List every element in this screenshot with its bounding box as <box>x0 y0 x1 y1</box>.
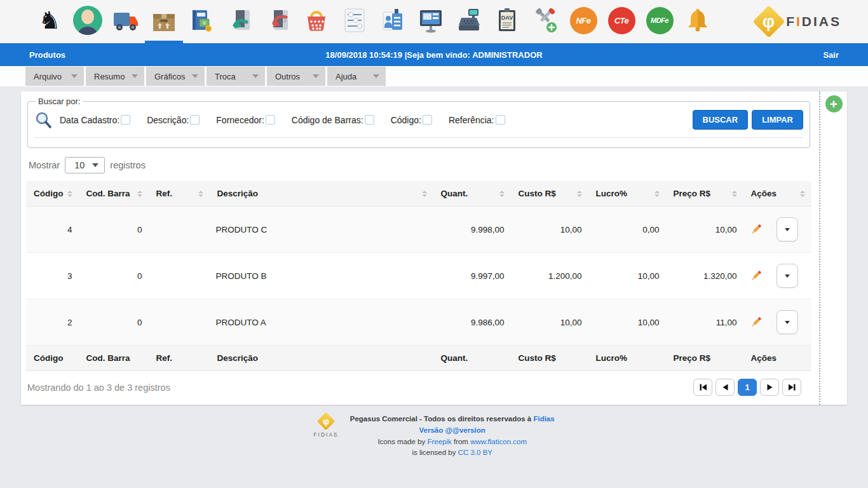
cell-descricao: PRODUTO B <box>210 253 433 299</box>
row-actions-dropdown[interactable] <box>776 264 798 288</box>
foot-ref: Ref. <box>149 346 210 371</box>
cash-register-button[interactable] <box>450 0 488 43</box>
page-footer: φ FIDIAS Pegasus Comercial - Todos os di… <box>0 411 868 459</box>
col-acoes[interactable]: Ações <box>743 181 812 207</box>
menu-graficos[interactable]: Gráficos <box>146 67 205 86</box>
first-page-button[interactable] <box>693 379 712 396</box>
next-page-button[interactable] <box>760 379 779 396</box>
tools-button[interactable] <box>526 0 564 43</box>
logout-link[interactable]: Sair <box>823 50 839 60</box>
menu-resumo[interactable]: Resumo <box>86 67 144 86</box>
fidias-top-logo: φ FIDIAS <box>757 0 868 43</box>
chevron-down-icon <box>252 74 259 78</box>
fidias-link[interactable]: Fidias <box>533 415 554 423</box>
edit-pencil-icon[interactable] <box>750 269 763 282</box>
chevron-down-icon <box>313 74 319 78</box>
welcome-status: 18/09/2018 10:54:19 |Seja bem vindo: ADM… <box>0 50 868 60</box>
col-cod-barra[interactable]: Cod. Barra <box>79 181 149 207</box>
col-preco[interactable]: Preço R$ <box>666 181 743 207</box>
last-page-button[interactable] <box>782 379 801 396</box>
tools-icon <box>531 6 560 35</box>
fidias-footer-brand: FIDIAS <box>313 431 338 438</box>
stock-entry-button[interactable] <box>221 0 259 43</box>
page-title: Produtos <box>29 50 65 60</box>
clients-button[interactable] <box>374 0 412 43</box>
cell-custo: 1.200,00 <box>511 253 588 299</box>
products-box-button[interactable] <box>145 0 183 43</box>
preferences-button[interactable] <box>336 0 374 43</box>
col-codigo[interactable]: Código <box>26 181 79 207</box>
sort-icon <box>654 191 660 197</box>
col-descricao[interactable]: Descrição <box>210 181 433 207</box>
cell-codigo: 2 <box>26 299 79 346</box>
pegasus-home-button[interactable]: ♞ <box>31 0 69 43</box>
cte-button[interactable]: CTe <box>602 0 641 43</box>
user-profile-button[interactable] <box>69 0 107 43</box>
chevron-down-icon <box>785 274 790 278</box>
referencia-checkbox[interactable] <box>496 115 505 125</box>
filter-label: Referência: <box>449 115 494 125</box>
row-actions-dropdown[interactable] <box>776 310 798 334</box>
page-1-button[interactable]: 1 <box>738 379 757 396</box>
last-page-icon <box>788 383 796 391</box>
cell-cod-barra: 0 <box>79 299 149 346</box>
edit-pencil-icon[interactable] <box>750 316 763 329</box>
col-custo[interactable]: Custo R$ <box>511 181 588 207</box>
codigo-barras-checkbox[interactable] <box>365 115 374 125</box>
sort-icon <box>577 191 582 197</box>
codigo-checkbox[interactable] <box>423 115 432 125</box>
menu-outros[interactable]: Outros <box>267 67 325 86</box>
monitor-icon <box>416 6 445 35</box>
sort-icon <box>499 191 505 197</box>
edit-pencil-icon[interactable] <box>750 223 763 236</box>
dav-button[interactable]: DAV <box>488 0 526 43</box>
next-page-icon <box>766 383 774 391</box>
buscar-button[interactable]: BUSCAR <box>693 110 749 130</box>
sort-icon <box>198 191 203 197</box>
menu-ajuda[interactable]: Ajuda <box>327 67 386 86</box>
freepik-link[interactable]: Freepik <box>427 438 451 445</box>
add-product-button[interactable]: + <box>825 95 843 112</box>
col-quant[interactable]: Quant. <box>433 181 511 207</box>
records-summary: Mostrando do 1 ao 3 de 3 registros <box>27 383 170 393</box>
cell-preco: 11,00 <box>666 299 743 346</box>
delivery-truck-button[interactable] <box>107 0 145 43</box>
user-avatar-icon <box>73 6 102 35</box>
nfe-button[interactable]: NFe <box>564 0 602 43</box>
cell-codigo: 3 <box>26 253 79 299</box>
cte-badge-icon: CTe <box>608 7 635 34</box>
col-ref[interactable]: Ref. <box>149 181 210 207</box>
terminal-button[interactable] <box>412 0 450 43</box>
menu-troca[interactable]: Troca <box>207 67 265 86</box>
flaticon-link[interactable]: www.flaticon.com <box>470 438 527 445</box>
finance-book-button[interactable] <box>183 0 221 43</box>
cc-license-link[interactable]: CC 3.0 BY <box>458 449 492 456</box>
filter-label: Data Cadastro: <box>60 115 119 125</box>
filter-label: Fornecedor: <box>216 115 264 125</box>
limpar-button[interactable]: LIMPAR <box>752 110 803 130</box>
ledger-book-icon <box>187 6 217 35</box>
data-cadastro-checkbox[interactable] <box>121 115 130 125</box>
notifications-button[interactable] <box>679 0 717 43</box>
row-actions-dropdown[interactable] <box>776 217 798 241</box>
sales-basket-button[interactable] <box>297 0 336 43</box>
first-page-icon <box>699 383 707 391</box>
descricao-checkbox[interactable] <box>190 115 200 125</box>
page-size-select[interactable]: 10 <box>65 157 105 173</box>
col-lucro[interactable]: Lucro% <box>588 181 666 207</box>
foot-cod-barra: Cod. Barra <box>79 346 149 371</box>
icons-credit-line: Icons made by Freepik from www.flaticon.… <box>377 438 527 445</box>
menu-arquivo[interactable]: Arquivo <box>25 67 84 86</box>
stock-return-button[interactable] <box>259 0 297 43</box>
cell-cod-barra: 0 <box>79 207 149 253</box>
prev-page-button[interactable] <box>715 379 735 396</box>
mdfe-button[interactable]: MDFe <box>641 0 679 43</box>
bell-icon <box>683 6 712 35</box>
status-bar: 18/09/2018 10:54:19 |Seja bem vindo: ADM… <box>0 43 868 66</box>
chevron-down-icon <box>785 228 790 231</box>
contact-card-icon <box>378 6 407 35</box>
foot-quant: Quant. <box>433 346 511 371</box>
foot-codigo: Código <box>26 346 79 371</box>
fornecedor-checkbox[interactable] <box>266 115 275 125</box>
cash-register-icon <box>454 6 484 35</box>
